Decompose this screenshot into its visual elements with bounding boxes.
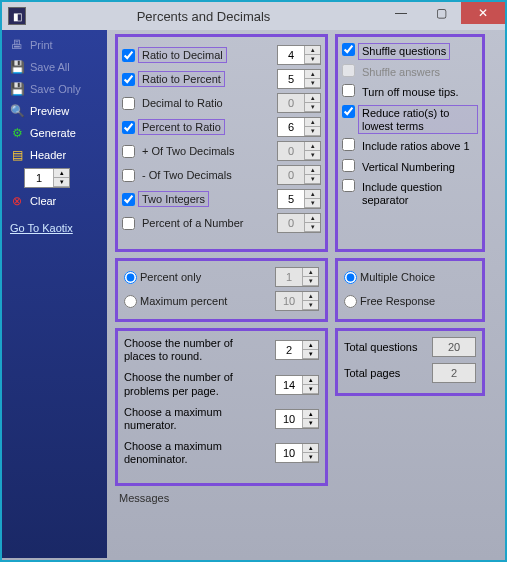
header-value-input[interactable]: [25, 172, 53, 184]
up-arrow-icon[interactable]: ▴: [303, 444, 318, 453]
multiple-choice-radio[interactable]: [344, 271, 357, 284]
sidebar-preview[interactable]: 🔍Preview: [6, 102, 103, 120]
question-type-label-wrap[interactable]: - Of Two Decimals: [122, 167, 273, 183]
down-arrow-icon[interactable]: ▾: [305, 127, 320, 136]
vertical-checkbox[interactable]: [342, 159, 355, 172]
header-up-arrow[interactable]: ▴: [54, 169, 69, 178]
opt-question-separator[interactable]: Include question separator: [342, 179, 478, 208]
up-arrow-icon: ▴: [305, 214, 320, 223]
panel-question-types: Ratio to Decimal▴▾Ratio to Percent▴▾Deci…: [115, 34, 328, 252]
question-type-checkbox[interactable]: [122, 193, 135, 206]
separator-checkbox[interactable]: [342, 179, 355, 192]
down-arrow-icon[interactable]: ▾: [303, 453, 318, 462]
shuffle-questions-checkbox[interactable]: [342, 43, 355, 56]
question-type-label-wrap[interactable]: Ratio to Percent: [122, 71, 273, 87]
question-type-checkbox[interactable]: [122, 169, 135, 182]
question-type-checkbox[interactable]: [122, 49, 135, 62]
free-response-row[interactable]: Free Response: [344, 289, 476, 313]
question-type-checkbox[interactable]: [122, 97, 135, 110]
question-count-input: [278, 97, 304, 109]
question-count-input[interactable]: [278, 49, 304, 61]
header-spinner[interactable]: ▴▾: [24, 168, 70, 188]
multiple-choice-row[interactable]: Multiple Choice: [344, 265, 476, 289]
question-type-label-wrap[interactable]: Percent to Ratio: [122, 119, 273, 135]
question-count-spinner[interactable]: ▴▾: [277, 189, 321, 209]
percent-only-value: [276, 271, 302, 283]
up-arrow-icon[interactable]: ▴: [305, 118, 320, 127]
per-page-spinner[interactable]: ▴▾: [275, 375, 319, 395]
sidebar-print-label: Print: [30, 39, 53, 51]
mouse-tips-checkbox[interactable]: [342, 84, 355, 97]
down-arrow-icon[interactable]: ▾: [305, 79, 320, 88]
question-count-spinner: ▴▾: [277, 93, 321, 113]
per-page-input[interactable]: [276, 379, 302, 391]
up-arrow-icon[interactable]: ▴: [303, 376, 318, 385]
question-count-input[interactable]: [278, 121, 304, 133]
question-type-label-wrap[interactable]: Percent of a Number: [122, 215, 273, 231]
opt-reduce-ratios[interactable]: Reduce ratio(s) to lowest terms: [342, 105, 478, 134]
app-icon: ◧: [8, 7, 26, 25]
percent-only-row[interactable]: Percent only▴▾: [124, 265, 319, 289]
up-arrow-icon[interactable]: ▴: [305, 190, 320, 199]
separator-label: Include question separator: [358, 179, 478, 208]
max-denominator-spinner[interactable]: ▴▾: [275, 443, 319, 463]
question-type-label-wrap[interactable]: Ratio to Decimal: [122, 47, 273, 63]
max-numerator-spinner[interactable]: ▴▾: [275, 409, 319, 429]
question-type-label-wrap[interactable]: + Of Two Decimals: [122, 143, 273, 159]
max-denominator-input[interactable]: [276, 447, 302, 459]
rounding-spinner[interactable]: ▴▾: [275, 340, 319, 360]
maximum-percent-radio[interactable]: [124, 295, 137, 308]
question-type-checkbox[interactable]: [122, 121, 135, 134]
total-questions-label: Total questions: [344, 341, 417, 353]
question-type-label-wrap[interactable]: Decimal to Ratio: [122, 95, 273, 111]
question-type-row: - Of Two Decimals▴▾: [122, 163, 321, 187]
rounding-input[interactable]: [276, 344, 302, 356]
free-response-radio[interactable]: [344, 295, 357, 308]
question-count-spinner[interactable]: ▴▾: [277, 45, 321, 65]
question-type-row: Decimal to Ratio▴▾: [122, 91, 321, 115]
question-type-label: Decimal to Ratio: [138, 95, 227, 111]
question-type-checkbox[interactable]: [122, 73, 135, 86]
up-arrow-icon[interactable]: ▴: [303, 341, 318, 350]
sidebar-generate[interactable]: ⚙Generate: [6, 124, 103, 142]
reduce-checkbox[interactable]: [342, 105, 355, 118]
sidebar-link-kaotix[interactable]: Go To Kaotix: [6, 218, 103, 238]
opt-mouse-tips[interactable]: Turn off mouse tips.: [342, 84, 478, 101]
opt-vertical-numbering[interactable]: Vertical Numbering: [342, 159, 478, 176]
question-type-row: Percent of a Number▴▾: [122, 211, 321, 235]
max-numerator-input[interactable]: [276, 413, 302, 425]
question-count-spinner[interactable]: ▴▾: [277, 117, 321, 137]
sidebar-clear[interactable]: ⊗Clear: [6, 192, 103, 210]
down-arrow-icon[interactable]: ▾: [303, 350, 318, 359]
maximum-percent-row[interactable]: Maximum percent▴▾: [124, 289, 319, 313]
maximize-button[interactable]: ▢: [421, 2, 461, 24]
opt-include-above-1[interactable]: Include ratios above 1: [342, 138, 478, 155]
down-arrow-icon[interactable]: ▾: [303, 385, 318, 394]
clear-icon: ⊗: [10, 194, 24, 208]
sidebar-header[interactable]: ▤Header: [6, 146, 103, 164]
question-count-input: [278, 145, 304, 157]
up-arrow-icon[interactable]: ▴: [303, 410, 318, 419]
opt-shuffle-questions[interactable]: Shuffle questions: [342, 43, 478, 60]
question-type-row: Ratio to Decimal▴▾: [122, 43, 321, 67]
question-type-checkbox[interactable]: [122, 217, 135, 230]
percent-only-radio[interactable]: [124, 271, 137, 284]
up-arrow-icon[interactable]: ▴: [305, 46, 320, 55]
down-arrow-icon[interactable]: ▾: [303, 419, 318, 428]
sidebar: 🖶Print 💾Save All 💾Save Only 🔍Preview ⚙Ge…: [2, 30, 107, 558]
question-type-label-wrap[interactable]: Two Integers: [122, 191, 273, 207]
question-count-input[interactable]: [278, 193, 304, 205]
question-count-input[interactable]: [278, 73, 304, 85]
minimize-button[interactable]: —: [381, 2, 421, 24]
include-above1-checkbox[interactable]: [342, 138, 355, 151]
down-arrow-icon[interactable]: ▾: [305, 199, 320, 208]
header-down-arrow[interactable]: ▾: [54, 178, 69, 187]
down-arrow-icon[interactable]: ▾: [305, 55, 320, 64]
max-numerator-label: Choose a maximum numerator.: [124, 406, 264, 432]
up-arrow-icon[interactable]: ▴: [305, 70, 320, 79]
close-button[interactable]: ✕: [461, 2, 505, 24]
sidebar-save-all: 💾Save All: [6, 58, 103, 76]
question-count-spinner[interactable]: ▴▾: [277, 69, 321, 89]
question-type-checkbox[interactable]: [122, 145, 135, 158]
messages-label: Messages: [119, 492, 169, 504]
